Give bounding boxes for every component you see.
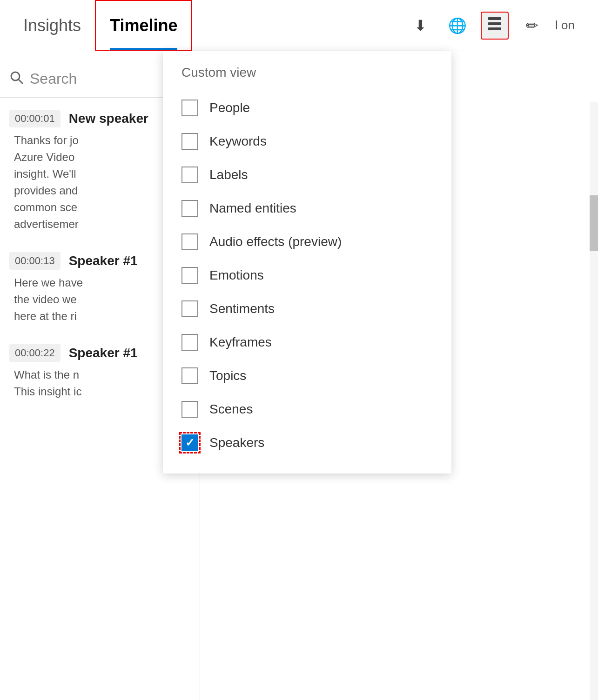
svg-rect-0: [488, 17, 501, 20]
insights-tab-label: Insights: [23, 16, 81, 35]
checkbox-sentiments[interactable]: [181, 300, 198, 317]
checkbox-label-sentiments: Sentiments: [209, 301, 275, 316]
download-button[interactable]: ⬇: [406, 12, 434, 40]
speaker-name-2: Speaker #1: [69, 253, 138, 268]
checkbox-named_entities[interactable]: [181, 200, 198, 217]
checkbox-label-scenes: Scenes: [209, 402, 253, 417]
layers-button[interactable]: [481, 12, 509, 40]
dropdown-item-sentiments[interactable]: Sentiments: [181, 292, 433, 326]
checkbox-keywords[interactable]: [181, 133, 198, 150]
dropdown-item-scenes[interactable]: Scenes: [181, 393, 433, 426]
checkbox-label-audio_effects: Audio effects (preview): [209, 234, 342, 249]
checkbox-label-people: People: [209, 100, 250, 115]
checkbox-scenes[interactable]: [181, 401, 198, 418]
dropdown-item-named_entities[interactable]: Named entities: [181, 192, 433, 225]
header-actions: ⬇ 🌐 ✏ l on: [406, 0, 589, 51]
tab-timeline[interactable]: Timeline: [95, 0, 192, 51]
scrollbar-track: [590, 102, 598, 700]
dropdown-title: Custom view: [181, 65, 433, 80]
checkbox-keyframes[interactable]: [181, 334, 198, 351]
checkbox-audio_effects[interactable]: [181, 233, 198, 250]
checkbox-label-speakers: Speakers: [209, 435, 264, 450]
dropdown-item-speakers[interactable]: Speakers: [181, 426, 433, 460]
timestamp-badge-1: 00:00:01: [9, 110, 60, 127]
timeline-tab-label: Timeline: [110, 16, 177, 35]
dropdown-item-labels[interactable]: Labels: [181, 158, 433, 192]
checkbox-speakers[interactable]: [181, 434, 198, 451]
speaker-name-1: New speaker: [69, 111, 148, 126]
checkbox-people[interactable]: [181, 100, 198, 116]
main-content: Search 00:00:01 New speaker Thanks for j…: [0, 51, 598, 700]
checkbox-label-topics: Topics: [209, 368, 246, 383]
dropdown-item-keywords[interactable]: Keywords: [181, 125, 433, 158]
dropdown-item-audio_effects[interactable]: Audio effects (preview): [181, 225, 433, 259]
checkbox-label-emotions: Emotions: [209, 268, 264, 283]
checkbox-label-named_entities: Named entities: [209, 201, 296, 216]
dropdown-item-emotions[interactable]: Emotions: [181, 259, 433, 292]
checkbox-label-keywords: Keywords: [209, 134, 267, 149]
checkbox-topics[interactable]: [181, 367, 198, 384]
header-label: l on: [555, 18, 589, 33]
dropdown-items-list: PeopleKeywordsLabelsNamed entitiesAudio …: [181, 91, 433, 460]
speaker-name-3: Speaker #1: [69, 346, 138, 360]
scrollbar-thumb[interactable]: [590, 195, 598, 251]
tab-insights[interactable]: Insights: [9, 0, 95, 51]
timestamp-badge-3: 00:00:22: [9, 344, 60, 362]
dropdown-item-people[interactable]: People: [181, 91, 433, 125]
download-icon: ⬇: [414, 17, 427, 34]
edit-icon: ✏: [526, 17, 538, 34]
svg-rect-1: [488, 22, 501, 25]
dropdown-item-topics[interactable]: Topics: [181, 359, 433, 393]
header: Insights Timeline ⬇ 🌐 ✏ l on: [0, 0, 598, 51]
checkbox-label-keyframes: Keyframes: [209, 335, 272, 350]
timestamp-badge-2: 00:00:13: [9, 252, 60, 270]
svg-rect-2: [488, 27, 501, 30]
custom-view-dropdown: Custom view PeopleKeywordsLabelsNamed en…: [163, 51, 451, 473]
globe-icon: 🌐: [448, 17, 467, 34]
edit-button[interactable]: ✏: [518, 12, 546, 40]
layers-icon: [486, 15, 503, 36]
checkbox-labels[interactable]: [181, 167, 198, 183]
checkbox-label-labels: Labels: [209, 167, 248, 182]
dropdown-item-keyframes[interactable]: Keyframes: [181, 326, 433, 359]
checkbox-emotions[interactable]: [181, 267, 198, 284]
globe-button[interactable]: 🌐: [443, 12, 471, 40]
